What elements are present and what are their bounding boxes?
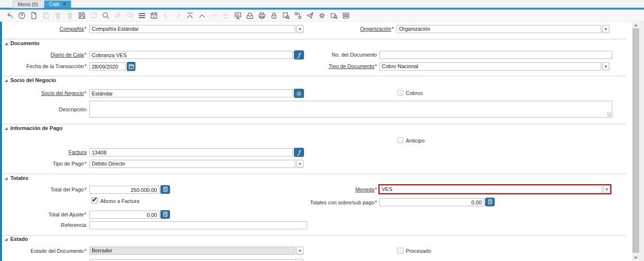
anticipo-label: Anticipo <box>406 137 425 144</box>
product-info-icon[interactable] <box>330 12 338 20</box>
first-record-icon[interactable] <box>186 12 194 20</box>
archive-icon[interactable] <box>246 12 254 20</box>
sobre-sub-pago-input[interactable] <box>379 198 484 206</box>
tipo-documento-select[interactable]: Cobro Nacional ▾ <box>379 62 609 71</box>
calculator-icon <box>163 210 168 219</box>
no-documento-label: No. del Documento <box>288 51 377 59</box>
tab-bar: Menú (0) Caja ✕ <box>0 0 644 10</box>
scroll-down-icon[interactable] <box>632 255 640 261</box>
calculator-icon <box>163 185 168 194</box>
section-totales[interactable]: ◢ Totales <box>5 175 28 181</box>
socio-negocio-label: Socio del Negocio* <box>0 89 86 97</box>
chevron-down-icon[interactable]: ▾ <box>296 247 304 255</box>
collapse-icon[interactable]: ◢ <box>5 79 7 82</box>
print-icon[interactable] <box>258 12 266 20</box>
refresh-icon[interactable] <box>90 12 98 20</box>
total-ajuste-input[interactable] <box>89 211 159 219</box>
section-documento[interactable]: ◢ Documento <box>5 40 39 46</box>
calendar-icon <box>129 62 134 71</box>
report-icon[interactable] <box>234 12 242 20</box>
next-record-icon[interactable] <box>210 12 218 20</box>
delete-record-icon[interactable] <box>54 12 62 20</box>
business-partner-button[interactable]: ◎ <box>294 89 304 98</box>
abono-factura-label: Abono a Factura <box>100 198 139 204</box>
referencia-label: Referencia <box>0 221 86 229</box>
new-record-icon[interactable] <box>30 12 38 20</box>
calculator-button[interactable] <box>160 185 170 194</box>
business-partner-icon: ◎ <box>297 91 302 96</box>
cobros-checkbox[interactable] <box>397 90 403 96</box>
lock-icon[interactable] <box>270 12 278 20</box>
chevron-down-icon[interactable]: ▾ <box>603 185 610 193</box>
calculator-button[interactable] <box>160 210 170 219</box>
section-socio[interactable]: ◢ Socio del Negocio <box>5 77 56 83</box>
copy-record-icon[interactable] <box>42 12 50 20</box>
descripcion-label: Descripción <box>0 106 86 114</box>
diario-caja-input[interactable] <box>89 51 293 59</box>
anticipo-checkbox[interactable] <box>397 137 403 143</box>
procesado-label: Procesado <box>406 248 431 254</box>
chevron-down-icon[interactable]: ▾ <box>602 25 609 33</box>
procesado-checkbox[interactable] <box>397 248 403 254</box>
last-record-icon[interactable] <box>222 12 230 20</box>
record-edit-icon: ƒ <box>298 150 300 155</box>
workflow-icon[interactable] <box>294 12 302 20</box>
zoom-across-icon[interactable] <box>282 12 290 20</box>
no-documento-input[interactable] <box>379 51 612 59</box>
tab-menu[interactable]: Menú (0) <box>12 0 43 8</box>
collapse-icon[interactable]: ◢ <box>5 42 7 45</box>
cobros-label: Cobros <box>406 90 423 96</box>
moneda-select[interactable]: VES ▾ <box>379 185 610 193</box>
tab-caja[interactable]: Caja ✕ <box>44 0 71 8</box>
previous-record-icon[interactable] <box>198 12 206 20</box>
delete-selection-icon[interactable] <box>66 12 74 20</box>
grid-toggle-icon[interactable] <box>138 12 146 20</box>
tipo-pago-select[interactable]: Débito Directo ▾ <box>89 160 304 168</box>
collapse-icon[interactable]: ◢ <box>5 177 7 180</box>
referencia-input[interactable] <box>89 221 307 229</box>
find-icon[interactable] <box>102 12 110 20</box>
factura-input[interactable] <box>89 148 293 156</box>
section-pago[interactable]: ◢ Información de Pago <box>5 125 62 131</box>
attachment-icon[interactable] <box>114 12 122 20</box>
chevron-down-icon[interactable]: ▾ <box>602 62 609 71</box>
calculator-icon <box>488 198 492 206</box>
record-edit-button[interactable]: ƒ <box>294 148 304 157</box>
fecha-transaccion-input[interactable] <box>89 62 126 71</box>
parent-record-icon[interactable] <box>162 12 170 20</box>
undo-icon[interactable] <box>6 12 14 20</box>
help-icon[interactable] <box>18 12 26 20</box>
factura-label: Factura <box>0 148 86 156</box>
section-divider <box>2 124 626 124</box>
chevron-down-icon[interactable]: ▾ <box>296 25 304 33</box>
window-form-icon[interactable] <box>342 12 350 20</box>
preferences-icon[interactable] <box>318 12 326 20</box>
vertical-scrollbar[interactable] <box>632 22 640 261</box>
collapse-icon[interactable]: ◢ <box>5 127 7 130</box>
total-pago-input[interactable] <box>89 186 159 194</box>
scrollbar-thumb[interactable] <box>632 28 639 253</box>
scroll-up-icon[interactable] <box>632 22 640 28</box>
collapse-icon[interactable]: ◢ <box>5 237 7 241</box>
request-icon[interactable] <box>306 12 314 20</box>
chat-icon[interactable] <box>126 12 134 20</box>
calendar-icon[interactable]: 31 <box>150 12 158 20</box>
compania-select[interactable]: Compañía Estándar ▾ <box>89 25 304 33</box>
abono-factura-checkbox[interactable] <box>91 197 97 203</box>
calculator-button[interactable] <box>485 198 495 206</box>
diario-caja-label: Diario de Caja* <box>0 51 86 59</box>
socio-negocio-input[interactable] <box>89 89 293 97</box>
tipo-pago-label: Tipo de Pago* <box>0 160 86 168</box>
calendar-button[interactable] <box>127 62 135 71</box>
fecha-transaccion-label: Fecha de la Transacción* <box>0 62 86 71</box>
total-pago-label: Total del Pago* <box>0 186 86 194</box>
close-icon[interactable]: ✕ <box>63 0 67 8</box>
descripcion-textarea[interactable] <box>89 101 612 118</box>
chevron-down-icon[interactable]: ▾ <box>296 160 304 168</box>
save-icon[interactable] <box>78 12 86 20</box>
detail-record-icon[interactable] <box>174 12 182 20</box>
section-estado[interactable]: ◢ Estado <box>5 236 28 242</box>
tab-caja-label: Caja <box>49 0 60 8</box>
organizacion-select[interactable]: Organización ▾ <box>397 25 609 33</box>
estado-documento-select[interactable]: Borrador ▾ <box>89 247 304 255</box>
